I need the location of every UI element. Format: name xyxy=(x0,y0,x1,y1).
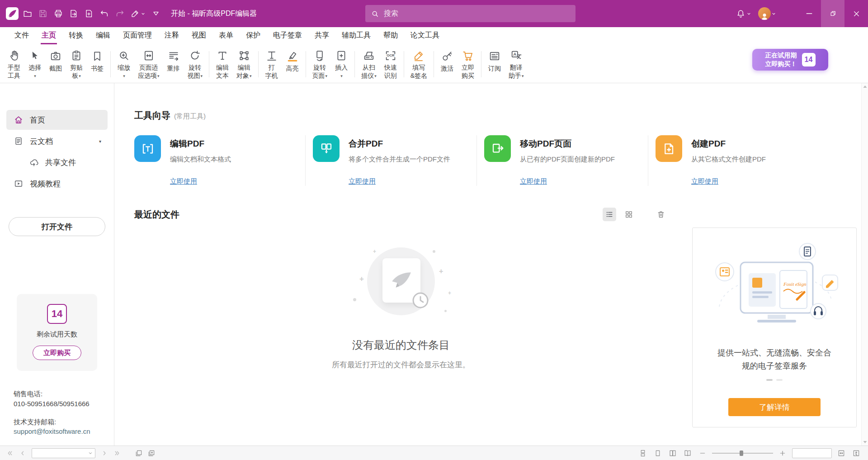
tool-typewriter[interactable]: 打字机 xyxy=(261,47,282,81)
use-now-link[interactable]: 立即使用 xyxy=(349,177,376,186)
single-page-view-button[interactable] xyxy=(652,448,663,459)
tool-card-move-pdf[interactable]: 移动PDF页面 从已有的PDF页面创建新的PDF 立即使用 xyxy=(477,135,648,186)
tool-snapshot[interactable]: 截图 xyxy=(45,47,66,81)
tool-translate[interactable]: A翻译助手▾ xyxy=(505,47,528,81)
zoom-percent-box[interactable] xyxy=(792,448,832,458)
tool-highlight[interactable]: 高亮 xyxy=(282,47,303,81)
create-pdf-icon[interactable] xyxy=(81,6,97,21)
next-page-button[interactable] xyxy=(99,448,110,459)
continuous-view-button[interactable] xyxy=(637,448,648,459)
clear-recent-button[interactable] xyxy=(654,208,668,221)
global-search-input[interactable] xyxy=(384,9,570,18)
use-now-link[interactable]: 立即使用 xyxy=(691,177,718,186)
menu-item-6[interactable]: 视图 xyxy=(185,27,212,44)
tool-scanner[interactable]: 从扫描仪▾ xyxy=(358,47,380,81)
redo-icon[interactable] xyxy=(112,6,127,21)
tool-bookmark[interactable]: 书签 xyxy=(87,47,108,81)
tool-card-create-pdf[interactable]: 创建PDF 从其它格式文件创建PDF 立即使用 xyxy=(648,135,820,186)
tool-fill-sign[interactable]: 填写&签名 xyxy=(407,47,431,81)
zoom-slider[interactable] xyxy=(712,450,773,457)
list-view-button[interactable] xyxy=(603,208,616,221)
sidebar-item-video-tutorials[interactable]: 视频教程 xyxy=(6,174,108,194)
tool-rotate-view[interactable]: 旋转视图▾ xyxy=(184,47,207,81)
export-pdf-icon[interactable] xyxy=(66,6,81,21)
tool-insert[interactable]: 插入▾ xyxy=(331,47,352,81)
scroll-up-icon[interactable] xyxy=(863,85,867,88)
account-button[interactable] xyxy=(758,7,777,20)
previous-page-button[interactable] xyxy=(17,448,28,459)
menu-item-1[interactable]: 主页 xyxy=(35,27,62,44)
tool-hand[interactable]: 手型工具 xyxy=(4,47,24,81)
use-now-link[interactable]: 立即使用 xyxy=(170,177,197,186)
fit-page-button[interactable] xyxy=(851,448,862,459)
tool-card-merge-pdf[interactable]: 合并PDF 将多个文件合并生成一个PDF文件 立即使用 xyxy=(306,135,477,186)
quick-access-menu-icon[interactable] xyxy=(148,6,164,21)
sidebar-item-shared-files[interactable]: 共享文件 xyxy=(6,152,108,172)
tool-select[interactable]: 选择▾ xyxy=(24,47,45,81)
esign-tool-button[interactable] xyxy=(127,6,148,21)
global-search-box[interactable] xyxy=(365,5,576,22)
snapshot-button[interactable] xyxy=(133,448,144,459)
menu-item-0[interactable]: 文件 xyxy=(8,27,35,44)
tool-buy[interactable]: 立即购买 xyxy=(458,47,478,81)
menu-item-11[interactable]: 辅助工具 xyxy=(335,27,377,44)
carousel-dot[interactable] xyxy=(776,379,783,381)
fit-width-button[interactable] xyxy=(836,448,847,459)
tool-activate[interactable]: 激活 xyxy=(437,47,458,81)
clipboard-copy-button[interactable] xyxy=(146,448,157,459)
zoom-out-button[interactable] xyxy=(697,448,708,459)
tool-reflow[interactable]: 重排 xyxy=(163,47,184,81)
facing-view-button[interactable] xyxy=(667,448,678,459)
sidebar-item-cloud-docs[interactable]: 云文档 ▾ xyxy=(6,131,108,151)
chevron-down-icon[interactable] xyxy=(88,451,93,456)
close-button[interactable] xyxy=(844,0,868,27)
tool-card-edit-pdf[interactable]: 编辑PDF 编辑文档和文本格式 立即使用 xyxy=(134,135,306,186)
menu-item-7[interactable]: 表单 xyxy=(212,27,240,44)
menu-item-9[interactable]: 电子签章 xyxy=(267,27,308,44)
learn-more-button[interactable]: 了解详情 xyxy=(728,398,821,416)
zoom-in-button[interactable] xyxy=(777,448,788,459)
tool-clipboard[interactable]: 剪贴板▾ xyxy=(66,47,87,81)
home-icon xyxy=(14,115,24,125)
book-view-button[interactable] xyxy=(682,448,693,459)
tool-zoom[interactable]: 缩放▾ xyxy=(113,47,134,81)
notifications-button[interactable] xyxy=(736,9,752,19)
undo-icon[interactable] xyxy=(97,6,112,21)
page-number-input[interactable] xyxy=(34,450,88,456)
menu-item-2[interactable]: 转换 xyxy=(62,27,90,44)
page-number-box[interactable] xyxy=(32,448,95,458)
print-icon[interactable] xyxy=(51,6,66,21)
tool-fit-page[interactable]: 页面适应选项▾ xyxy=(134,47,163,81)
menu-item-8[interactable]: 保护 xyxy=(240,27,267,44)
open-file-icon[interactable] xyxy=(20,6,35,21)
zoom-percent-input[interactable] xyxy=(794,450,830,456)
first-page-button[interactable] xyxy=(5,448,15,459)
tool-ocr[interactable]: OCR快速识别 xyxy=(380,47,401,81)
scroll-down-icon[interactable] xyxy=(863,441,867,444)
open-file-button[interactable]: 打开文件 xyxy=(9,217,105,236)
tool-subscribe[interactable]: 订阅 xyxy=(484,47,505,81)
tool-edit-object[interactable]: 编辑对象▾ xyxy=(233,47,255,81)
use-now-link[interactable]: 立即使用 xyxy=(520,177,547,186)
trial-upgrade-badge[interactable]: 正在试用期 立即购买！ 14 xyxy=(752,49,828,71)
vertical-scrollbar[interactable] xyxy=(861,83,868,446)
carousel-dot[interactable] xyxy=(766,379,773,381)
menu-item-5[interactable]: 注释 xyxy=(158,27,185,44)
menu-item-12[interactable]: 帮助 xyxy=(377,27,404,44)
menu-item-13[interactable]: 论文工具 xyxy=(404,27,446,44)
tool-rotate-page[interactable]: 旋转页面▾ xyxy=(309,47,331,81)
sidebar-item-home[interactable]: 首页 xyxy=(6,110,108,130)
minimize-button[interactable] xyxy=(797,0,821,27)
tool-edit-text[interactable]: 编辑文本 xyxy=(212,47,233,81)
menu-item-4[interactable]: 页面管理 xyxy=(117,27,158,44)
support-email-link[interactable]: support@foxitsoftware.cn xyxy=(14,427,90,436)
last-page-button[interactable] xyxy=(112,448,123,459)
promo-text-line1: 提供一站式、无缝流畅、安全合 xyxy=(717,346,831,360)
menu-item-10[interactable]: 共享 xyxy=(308,27,335,44)
buy-now-button[interactable]: 立即购买 xyxy=(33,346,81,360)
restore-button[interactable] xyxy=(821,0,844,27)
grid-view-button[interactable] xyxy=(622,208,636,221)
menu-item-3[interactable]: 编辑 xyxy=(90,27,117,44)
save-icon[interactable] xyxy=(35,6,51,21)
zoom-slider-thumb[interactable] xyxy=(740,451,743,456)
